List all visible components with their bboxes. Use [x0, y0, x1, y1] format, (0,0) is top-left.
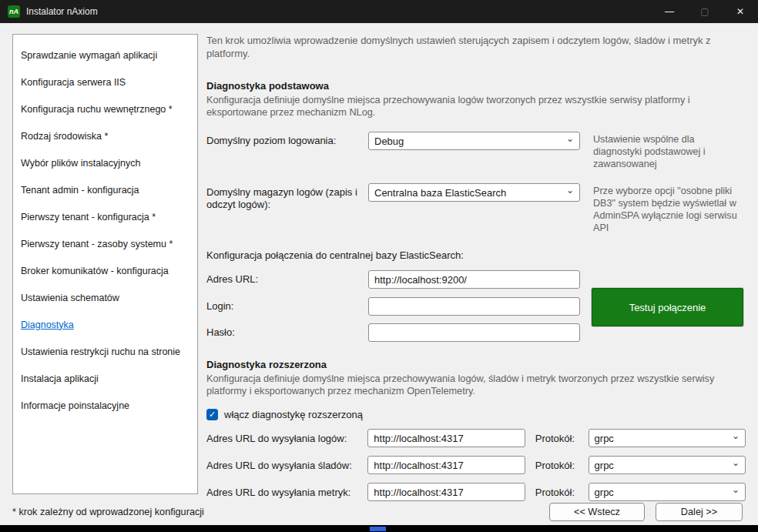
- sidebar-item-poinstalacyjne[interactable]: Informacje poinstalacyjne: [13, 392, 197, 419]
- log-level-label: Domyślny poziom logowania:: [206, 132, 368, 147]
- check-icon: ✓: [209, 410, 216, 420]
- otel-logs-url-input[interactable]: [367, 429, 525, 447]
- log-store-label: Domyślny magazyn logów (zapis i odczyt l…: [206, 183, 368, 211]
- sidebar-item-ruch-wewnetrzny[interactable]: Konfiguracja ruchu wewnętrznego *: [13, 95, 197, 122]
- footnote-dependent-step: * krok zależny od wprowadzonej konfigura…: [12, 507, 204, 517]
- back-button[interactable]: << Wstecz: [549, 503, 645, 521]
- taskbar-strip: [0, 525, 758, 532]
- otel-traces-protocol-select[interactable]: grpc ⌄: [589, 456, 746, 474]
- otel-logs-protocol-value: grpc: [595, 433, 614, 444]
- otel-metrics-protocol-label: Protokół:: [535, 487, 589, 498]
- next-button[interactable]: Dalej >>: [656, 503, 743, 521]
- sidebar-item-restrykcje[interactable]: Ustawienia restrykcji ruchu na stronie: [13, 338, 197, 365]
- titlebar: nA Instalator nAxiom — ▢ ✕: [0, 0, 758, 23]
- chevron-down-icon: ⌄: [732, 459, 740, 467]
- elastic-password-label: Hasło:: [206, 323, 368, 339]
- steps-sidebar: Sprawdzanie wymagań aplikacji Konfigurac…: [12, 34, 198, 494]
- elastic-login-input[interactable]: [368, 297, 580, 316]
- otel-logs-protocol-label: Protokół:: [535, 433, 589, 444]
- otel-metrics-protocol-select[interactable]: grpc ⌄: [589, 483, 746, 501]
- sidebar-item-tenant-admin[interactable]: Tenant admin - konfiguracja: [13, 176, 197, 203]
- basic-section-description: Konfiguracja definiuje domyślne miejsca …: [206, 94, 746, 119]
- chevron-down-icon: ⌄: [566, 186, 574, 194]
- sidebar-item-pliki-instalacyjne[interactable]: Wybór plików instalacyjnych: [13, 149, 197, 176]
- taskbar-app-sliver: [370, 527, 386, 531]
- sidebar-item-rodzaj-srodowiska[interactable]: Rodzaj środowiska *: [13, 122, 197, 149]
- step-intro-text: Ten krok umożliwia wprowadzenie domyślny…: [206, 34, 746, 60]
- chevron-down-icon: ⌄: [566, 135, 574, 142]
- otel-traces-protocol-value: grpc: [595, 460, 614, 471]
- close-icon[interactable]: ✕: [723, 0, 758, 23]
- otel-traces-url-input[interactable]: [367, 456, 525, 474]
- sidebar-item-diagnostyka[interactable]: Diagnostyka: [13, 311, 197, 338]
- elastic-url-input[interactable]: [368, 270, 580, 289]
- log-store-select[interactable]: Centralna baza ElasticSearch ⌄: [368, 183, 580, 202]
- sidebar-item-pierwszy-tenant-zasoby[interactable]: Pierwszy tenant - zasoby systemu *: [13, 230, 197, 257]
- otel-traces-url-label: Adres URL do wysyłania śladów:: [206, 460, 367, 471]
- extended-section-description: Konfiguracja definiuje domyślne miejsca …: [206, 373, 746, 397]
- chevron-down-icon: ⌄: [732, 486, 740, 494]
- elastic-config-header: Konfiguracja połączenia do centralnej ba…: [206, 249, 746, 261]
- sidebar-item-iis[interactable]: Konfiguracja serwera IIS: [13, 69, 197, 95]
- chevron-down-icon: ⌄: [732, 432, 740, 440]
- enable-extended-checkbox[interactable]: ✓: [206, 409, 218, 420]
- otel-logs-url-label: Adres URL do wysyłania logów:: [206, 433, 367, 444]
- otel-metrics-protocol-value: grpc: [595, 487, 614, 498]
- otel-metrics-url-input[interactable]: [367, 483, 525, 501]
- sidebar-item-pierwszy-tenant-konfiguracja[interactable]: Pierwszy tenant - konfiguracja *: [13, 203, 197, 230]
- window-title: Instalator nAxiom: [26, 6, 98, 17]
- maximize-icon[interactable]: ▢: [687, 0, 723, 23]
- enable-extended-label: włącz diagnostykę rozszerzoną: [224, 409, 363, 420]
- otel-logs-protocol-select[interactable]: grpc ⌄: [589, 429, 746, 447]
- sidebar-item-wymagania[interactable]: Sprawdzanie wymagań aplikacji: [13, 42, 197, 69]
- log-store-value: Centralna baza ElasticSearch: [374, 187, 506, 199]
- log-level-select[interactable]: Debug ⌄: [368, 132, 580, 150]
- otel-metrics-url-label: Adres URL do wysyłania metryk:: [206, 487, 367, 498]
- minimize-icon[interactable]: —: [652, 0, 687, 23]
- elastic-password-input[interactable]: [368, 323, 580, 342]
- sidebar-item-instalacja[interactable]: Instalacja aplikacji: [13, 365, 197, 392]
- elastic-login-label: Login:: [206, 297, 368, 313]
- log-level-note: Ustawienie wspólne dla diagnostyki podst…: [593, 132, 746, 170]
- installer-window: nA Instalator nAxiom — ▢ ✕ Sprawdzanie w…: [0, 0, 758, 532]
- basic-section-title: Diagnostyka podstawowa: [206, 80, 746, 92]
- sidebar-item-schematy[interactable]: Ustawienia schematów: [13, 284, 197, 311]
- otel-traces-protocol-label: Protokół:: [535, 460, 589, 471]
- log-store-note: Prze wyborze opcji "osobne pliki DB3" sy…: [593, 183, 746, 234]
- app-icon: nA: [8, 5, 20, 18]
- main-content: Ten krok umożliwia wprowadzenie domyślny…: [206, 34, 746, 501]
- extended-section-title: Diagnostyka rozszerzona: [206, 359, 746, 370]
- sidebar-item-broker[interactable]: Broker komunikatów - konfiguracja: [13, 257, 197, 284]
- log-level-value: Debug: [374, 136, 404, 147]
- test-connection-button[interactable]: Testuj połączenie: [592, 288, 743, 326]
- elastic-url-label: Adres URL:: [206, 270, 368, 286]
